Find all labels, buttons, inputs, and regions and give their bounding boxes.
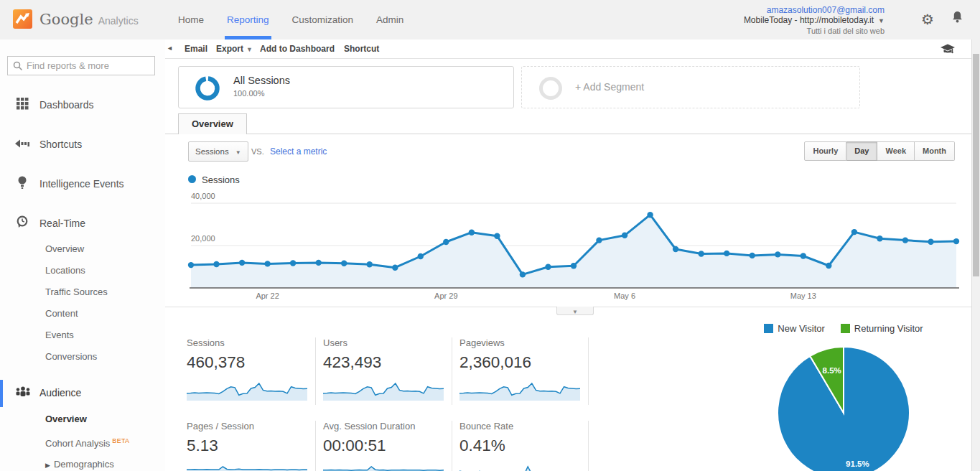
- collapse-chart-button[interactable]: ▼: [556, 307, 594, 315]
- sidebar-item-rt-overview[interactable]: Overview: [45, 240, 84, 258]
- nav-customization[interactable]: Customization: [281, 0, 365, 39]
- report-search-box: [7, 56, 155, 75]
- sidebar-item-demographics[interactable]: ▶Demographics: [45, 455, 114, 471]
- add-segment-button[interactable]: + Add Segment: [521, 66, 860, 108]
- empty-donut-icon: [539, 77, 562, 100]
- vertical-scrollbar[interactable]: [971, 39, 980, 471]
- svg-text:May 6: May 6: [614, 292, 635, 300]
- select-metric-link[interactable]: Select a metric: [270, 146, 327, 157]
- duration-sparkline: [323, 464, 444, 471]
- metric-label[interactable]: Pageviews: [459, 337, 588, 352]
- metric-label[interactable]: Avg. Session Duration: [323, 421, 452, 435]
- education-graduation-cap-icon[interactable]: [940, 43, 956, 58]
- metric-label[interactable]: Users: [323, 337, 452, 352]
- search-input[interactable]: [27, 57, 153, 75]
- metric-card-sessions: Sessions 460,378: [187, 337, 316, 405]
- sidebar-item-rt-events[interactable]: Events: [45, 326, 74, 345]
- metric-card-bounce-rate: Bounce Rate 0.41%: [459, 421, 589, 471]
- chevron-down-icon: ▼: [235, 149, 241, 156]
- add-to-dashboard-button[interactable]: Add to Dashboard: [260, 39, 335, 58]
- export-button[interactable]: Export▼: [216, 39, 253, 59]
- google-analytics-logo[interactable]: Google Analytics: [13, 9, 139, 29]
- svg-text:May 13: May 13: [790, 292, 816, 300]
- series-dot-icon: [188, 175, 196, 183]
- scrollbar-thumb[interactable]: [973, 54, 979, 276]
- visitor-type-block: New Visitor Returning Visitor 91.5%8.5%: [732, 323, 955, 334]
- metric-label[interactable]: Pages / Session: [187, 421, 315, 435]
- nav-home[interactable]: Home: [167, 0, 215, 39]
- notifications-bell-icon[interactable]: [951, 10, 964, 28]
- sidebar-item-shortcuts[interactable]: Shortcuts: [0, 134, 165, 155]
- account-email-link[interactable]: amazasolution007@gmail.com: [744, 5, 885, 15]
- granularity-hourly[interactable]: Hourly: [804, 141, 846, 161]
- granularity-month[interactable]: Month: [915, 141, 955, 161]
- metric-card-pageviews: Pageviews 2,360,016: [459, 337, 589, 405]
- svg-text:20,000: 20,000: [191, 234, 215, 243]
- segment-title: All Sessions: [233, 75, 290, 86]
- tab-overview[interactable]: Overview: [178, 113, 247, 134]
- report-content: ◄ Email Export▼ Add to Dashboard Shortcu…: [165, 39, 971, 471]
- sidebar-item-rt-conversions[interactable]: Conversions: [45, 348, 97, 366]
- metric-card-users: Users 423,493: [323, 337, 452, 405]
- metric-value: 0.41%: [459, 437, 588, 458]
- chart-series-legend: Sessions: [188, 174, 240, 185]
- report-tab-bar: Overview: [165, 113, 971, 134]
- segment-percentage: 100.00%: [233, 89, 264, 98]
- property-selector[interactable]: MobileToday - http://mobiletoday.it▼: [744, 15, 885, 26]
- bounce-rate-sparkline: [459, 464, 580, 471]
- svg-text:40,000: 40,000: [191, 192, 215, 200]
- beta-badge: BETA: [112, 437, 129, 444]
- metric-value: 00:00:51: [323, 437, 452, 458]
- legend-swatch-icon: [764, 324, 773, 333]
- granularity-week[interactable]: Week: [877, 141, 915, 161]
- svg-text:Apr 22: Apr 22: [256, 292, 279, 300]
- vs-label: VS.: [251, 147, 264, 156]
- metric-value: 423,493: [323, 353, 452, 375]
- sidebar-item-rt-locations[interactable]: Locations: [45, 261, 85, 280]
- metric-label[interactable]: Bounce Rate: [459, 421, 588, 435]
- sidebar-item-dashboards[interactable]: Dashboards: [0, 94, 165, 116]
- report-toolbar: Email Export▼ Add to Dashboard Shortcut: [165, 39, 971, 59]
- settings-gear-icon[interactable]: ⚙: [921, 11, 934, 28]
- logo-product-text: Analytics: [98, 12, 139, 27]
- metric-value: 5.13: [187, 437, 315, 458]
- grid-icon: [15, 98, 29, 113]
- pages-session-sparkline: [187, 464, 307, 471]
- expand-arrow-icon: ▶: [45, 462, 50, 469]
- chevron-down-icon: ▼: [246, 46, 253, 53]
- visitor-type-pie-chart[interactable]: 91.5%8.5%: [772, 341, 915, 471]
- sidebar-item-audience-overview[interactable]: Overview: [45, 410, 87, 429]
- sidebar-item-rt-traffic-sources[interactable]: Traffic Sources: [45, 283, 108, 302]
- add-segment-label: + Add Segment: [575, 81, 644, 93]
- search-icon: [13, 61, 23, 71]
- svg-text:91.5%: 91.5%: [846, 460, 869, 468]
- sidebar-item-cohort-analysis[interactable]: Cohort AnalysisBETA: [45, 432, 129, 450]
- sidebar-item-audience[interactable]: Audience: [0, 382, 165, 404]
- metric-label[interactable]: Sessions: [187, 337, 315, 352]
- granularity-toggle: Hourly Day Week Month: [804, 141, 955, 161]
- lightbulb-icon: [15, 176, 29, 192]
- legend-new-visitor[interactable]: New Visitor: [764, 323, 825, 334]
- segment-all-sessions[interactable]: All Sessions 100.00%: [178, 66, 514, 108]
- google-analytics-app: Google Analytics Home Reporting Customiz…: [0, 0, 980, 471]
- metric-value: 460,378: [187, 353, 315, 375]
- metric-value: 2,360,016: [459, 353, 588, 375]
- sessions-chart[interactable]: 20,00040,000Apr 22Apr 29May 6May 13: [179, 190, 963, 305]
- sidebar-item-rt-content[interactable]: Content: [45, 304, 78, 323]
- metric-dropdown[interactable]: Sessions▼: [188, 141, 248, 162]
- app-header: Google Analytics Home Reporting Customiz…: [0, 0, 980, 39]
- nav-reporting[interactable]: Reporting: [215, 0, 281, 39]
- legend-returning-visitor[interactable]: Returning Visitor: [841, 323, 923, 334]
- analytics-logo-icon: [13, 9, 32, 29]
- granularity-day[interactable]: Day: [846, 141, 877, 161]
- account-info: amazasolution007@gmail.com MobileToday -…: [744, 5, 885, 36]
- logo-brand-text: Google: [39, 11, 93, 28]
- shortcut-button[interactable]: Shortcut: [344, 39, 379, 58]
- metric-card-pages-per-session: Pages / Session 5.13: [187, 421, 316, 471]
- svg-text:Apr 29: Apr 29: [434, 292, 457, 300]
- legend-swatch-icon: [841, 324, 850, 333]
- sidebar-item-real-time[interactable]: Real-Time: [0, 213, 165, 234]
- email-button[interactable]: Email: [185, 39, 207, 58]
- sidebar-item-intelligence-events[interactable]: Intelligence Events: [0, 173, 165, 195]
- nav-admin[interactable]: Admin: [365, 0, 415, 39]
